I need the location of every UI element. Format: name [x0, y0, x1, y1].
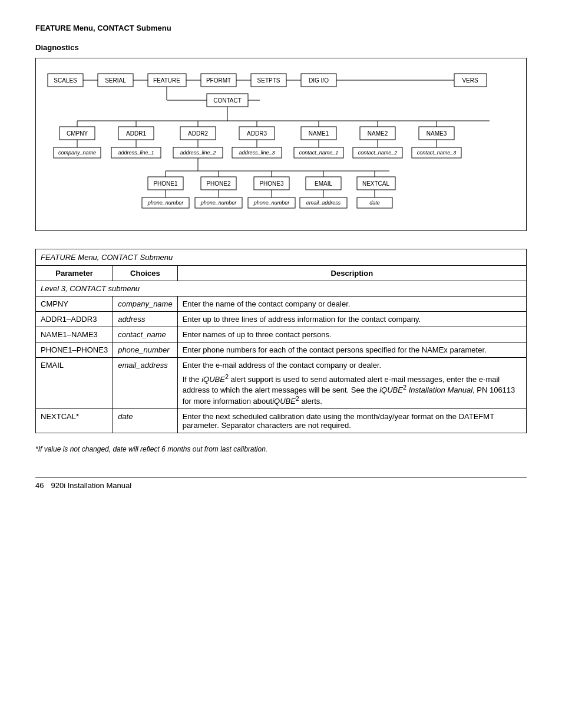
svg-text:ADDR2: ADDR2: [188, 130, 208, 137]
svg-text:NAME2: NAME2: [368, 130, 388, 137]
svg-text:company_name: company_name: [58, 150, 96, 156]
svg-text:email_address: email_address: [306, 200, 341, 206]
svg-text:phone_number: phone_number: [253, 200, 290, 206]
desc-phone: Enter phone numbers for each of the cont…: [177, 342, 526, 358]
svg-text:EMAIL: EMAIL: [315, 180, 332, 187]
diagram-container: SCALES SERIAL FEATURE PFORMT SETPTS DIG …: [35, 58, 527, 231]
choices-phone: phone_number: [113, 342, 178, 358]
svg-text:SCALES: SCALES: [54, 77, 77, 84]
table-row: CMPNY company_name Enter the name of the…: [36, 297, 527, 312]
param-email: EMAIL: [36, 358, 113, 409]
table-header-row: Parameter Choices Description: [36, 266, 527, 281]
svg-text:ADDR1: ADDR1: [126, 130, 146, 137]
svg-text:NAME3: NAME3: [427, 130, 447, 137]
svg-text:NEXTCAL: NEXTCAL: [362, 180, 390, 187]
svg-text:PHONE1: PHONE1: [153, 180, 178, 187]
desc-addr: Enter up to three lines of address infor…: [177, 312, 526, 327]
choices-addr: address: [113, 312, 178, 327]
svg-text:CMPNY: CMPNY: [67, 130, 88, 137]
table-row: ADDR1–ADDR3 address Enter up to three li…: [36, 312, 527, 327]
param-nextcal: NEXTCAL*: [36, 409, 113, 433]
table-row: EMAIL email_address Enter the e-mail add…: [36, 358, 527, 409]
col-desc: Description: [177, 266, 526, 281]
page-title: FEATURE Menu, CONTACT Submenu: [35, 24, 527, 32]
svg-text:SETPTS: SETPTS: [257, 77, 280, 84]
table-title-row: FEATURE Menu, CONTACT Submenu: [36, 249, 527, 266]
svg-text:address_line_2: address_line_2: [180, 150, 216, 156]
svg-text:address_line_1: address_line_1: [118, 150, 154, 156]
svg-text:VERS: VERS: [462, 77, 478, 84]
desc-email: Enter the e-mail address of the contact …: [177, 358, 526, 409]
svg-text:phone_number: phone_number: [147, 200, 184, 206]
table-row: NAME1–NAME3 contact_name Enter names of …: [36, 327, 527, 342]
choices-cmpny: company_name: [113, 297, 178, 312]
col-choices: Choices: [113, 266, 178, 281]
col-param: Parameter: [36, 266, 113, 281]
desc-nextcal: Enter the next scheduled calibration dat…: [177, 409, 526, 433]
svg-text:address_line_3: address_line_3: [239, 150, 275, 156]
table-row: PHONE1–PHONE3 phone_number Enter phone n…: [36, 342, 527, 358]
param-cmpny: CMPNY: [36, 297, 113, 312]
svg-text:contact_name_3: contact_name_3: [417, 150, 457, 156]
page-footer: 46 920i Installation Manual: [35, 477, 527, 490]
choices-email: email_address: [113, 358, 178, 409]
page-number: 46: [35, 481, 44, 490]
section-row: Level 3, CONTACT submenu: [36, 281, 527, 297]
svg-text:DIG I/O: DIG I/O: [309, 77, 329, 84]
svg-text:PFORMT: PFORMT: [206, 77, 231, 84]
footnote: *If value is not changed, date will refl…: [35, 445, 527, 453]
diagnostics-label: Diagnostics: [35, 43, 527, 52]
param-name: NAME1–NAME3: [36, 327, 113, 342]
choices-nextcal: date: [113, 409, 178, 433]
diagram-svg: SCALES SERIAL FEATURE PFORMT SETPTS DIG …: [42, 68, 531, 221]
doc-title: 920i Installation Manual: [51, 481, 131, 490]
table-row: NEXTCAL* date Enter the next scheduled c…: [36, 409, 527, 433]
svg-text:SERIAL: SERIAL: [105, 77, 126, 84]
choices-name: contact_name: [113, 327, 178, 342]
desc-cmpny: Enter the name of the contact company or…: [177, 297, 526, 312]
svg-text:NAME1: NAME1: [309, 130, 329, 137]
svg-text:PHONE2: PHONE2: [206, 180, 231, 187]
svg-text:PHONE3: PHONE3: [259, 180, 284, 187]
svg-text:CONTACT: CONTACT: [213, 97, 242, 104]
svg-text:phone_number: phone_number: [200, 200, 237, 206]
svg-text:date: date: [369, 200, 380, 206]
param-addr: ADDR1–ADDR3: [36, 312, 113, 327]
svg-text:FEATURE: FEATURE: [153, 77, 180, 84]
feature-table: FEATURE Menu, CONTACT Submenu Parameter …: [35, 249, 527, 433]
svg-text:contact_name_2: contact_name_2: [358, 150, 398, 156]
desc-name: Enter names of up to three contact perso…: [177, 327, 526, 342]
svg-text:contact_name_1: contact_name_1: [299, 150, 339, 156]
svg-text:ADDR3: ADDR3: [247, 130, 267, 137]
param-phone: PHONE1–PHONE3: [36, 342, 113, 358]
